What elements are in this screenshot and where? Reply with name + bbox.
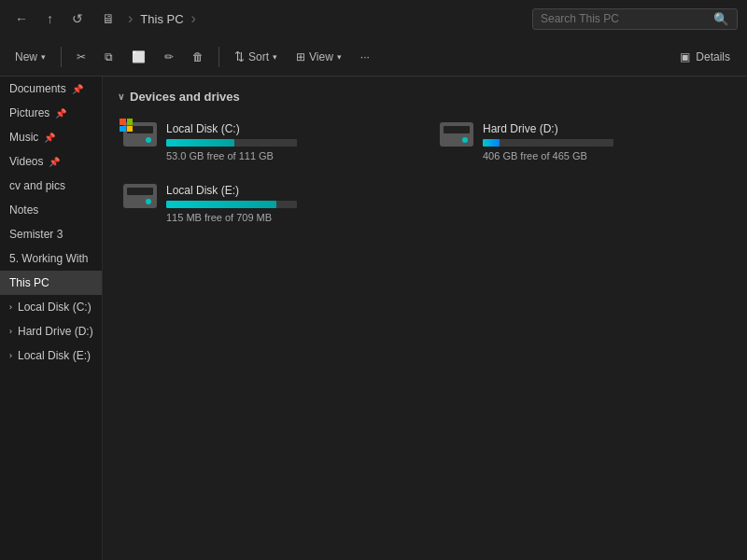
view-label: View	[309, 50, 333, 63]
cut-icon: ✂	[77, 50, 86, 63]
section-chevron-icon: ∨	[118, 91, 124, 102]
sort-label: Sort	[248, 50, 269, 63]
drive-bar-container-e	[166, 201, 297, 208]
drive-name-e: Local Disk (E:)	[166, 184, 410, 197]
drive-bar-container-c	[166, 139, 297, 147]
sort-icon: ⇅	[234, 49, 245, 63]
back-button[interactable]: ←	[9, 7, 34, 30]
breadcrumb-sep1: ›	[128, 10, 133, 27]
sort-button[interactable]: ⇅ Sort ▾	[227, 45, 285, 68]
drive-bar-container-d	[483, 139, 613, 147]
search-input[interactable]	[541, 12, 713, 25]
up-button[interactable]: ↑	[41, 7, 59, 30]
drive-item-e[interactable]: Local Disk (E:) 115 MB free of 709 MB	[118, 178, 416, 229]
sidebar-item-music[interactable]: Music 📌	[0, 125, 102, 149]
search-button[interactable]: 🔍	[713, 12, 729, 26]
sidebar-item-semister3[interactable]: Semister 3	[0, 222, 102, 246]
sidebar-label-semister3: Semister 3	[9, 228, 63, 241]
section-header: ∨ Devices and drives	[118, 90, 732, 104]
details-label: Details	[696, 50, 730, 63]
drive-icon-e	[123, 184, 157, 214]
delete-button[interactable]: 🗑	[185, 46, 211, 68]
sidebar-item-cvandpics[interactable]: cv and pics	[0, 174, 102, 198]
new-label: New	[15, 50, 37, 63]
sidebar-item-notes[interactable]: Notes	[0, 198, 102, 222]
sidebar-item-documents[interactable]: Documents 📌	[0, 77, 102, 101]
pin-icon-documents: 📌	[72, 84, 83, 94]
drive-name-c: Local Disk (C:)	[166, 122, 410, 135]
search-bar: 🔍	[532, 8, 738, 30]
drive-bar-d	[483, 139, 500, 147]
toolbar-sep1	[61, 47, 62, 67]
drive-grid: Local Disk (C:) 53.0 GB free of 111 GB H…	[118, 117, 732, 229]
sidebar-label-localc: Local Disk (C:)	[18, 301, 92, 314]
toolbar: New ▾ ✂ ⧉ ⬜ ✏ 🗑 ⇅ Sort ▾ ⊞ View ▾ ··· ▣ …	[0, 37, 747, 77]
chevron-locale-icon: ›	[9, 351, 12, 360]
drive-item-d[interactable]: Hard Drive (D:) 406 GB free of 465 GB	[434, 117, 732, 167]
delete-icon: 🗑	[192, 50, 204, 63]
sidebar-label-workingwith: 5. Working With	[9, 252, 88, 265]
view-icon: ⊞	[296, 50, 305, 63]
drive-info-d: Hard Drive (D:) 406 GB free of 465 GB	[483, 122, 726, 161]
sort-chevron-icon: ▾	[273, 52, 277, 62]
sidebar-label-hardd: Hard Drive (D:)	[18, 325, 93, 338]
sidebar-item-hardd[interactable]: › Hard Drive (D:)	[0, 319, 102, 343]
view-button[interactable]: ⊞ View ▾	[289, 46, 349, 68]
new-chevron-icon: ▾	[41, 52, 46, 62]
drive-space-c: 53.0 GB free of 111 GB	[166, 150, 410, 161]
sidebar-label-music: Music	[9, 131, 38, 144]
sidebar-item-videos[interactable]: Videos 📌	[0, 149, 102, 174]
chevron-hardd-icon: ›	[9, 327, 12, 336]
more-icon: ···	[360, 50, 370, 63]
title-bar: ← ↑ ↺ 🖥 › This PC › 🔍	[0, 0, 747, 37]
drive-space-e: 115 MB free of 709 MB	[166, 212, 410, 223]
monitor-icon: 🖥	[96, 7, 120, 30]
pin-icon-music: 📌	[44, 133, 55, 143]
drive-name-d: Hard Drive (D:)	[483, 122, 726, 135]
drive-info-e: Local Disk (E:) 115 MB free of 709 MB	[166, 184, 410, 223]
pin-icon-pictures: 📌	[55, 108, 66, 119]
refresh-button[interactable]: ↺	[66, 7, 89, 30]
drive-bar-e	[166, 201, 276, 208]
sidebar-item-locale[interactable]: › Local Disk (E:)	[0, 343, 102, 368]
details-icon: ▣	[680, 50, 690, 63]
breadcrumb-sep2: ›	[191, 10, 196, 27]
sidebar-label-videos: Videos	[9, 155, 43, 168]
sidebar-label-documents: Documents	[9, 82, 66, 95]
sidebar-item-thispc[interactable]: This PC	[0, 271, 102, 295]
sidebar-item-workingwith[interactable]: 5. Working With	[0, 246, 102, 271]
pin-icon-videos: 📌	[49, 157, 60, 167]
breadcrumb: This PC	[140, 12, 183, 26]
breadcrumb-thispc[interactable]: This PC	[140, 12, 183, 26]
sidebar-item-pictures[interactable]: Pictures 📌	[0, 101, 102, 125]
sidebar-label-cvandpics: cv and pics	[9, 179, 65, 192]
windows-icon-c	[120, 119, 136, 135]
copy-icon: ⧉	[105, 50, 113, 63]
toolbar-sep2	[218, 47, 219, 67]
sidebar-label-pictures: Pictures	[9, 106, 49, 119]
details-button[interactable]: ▣ Details	[670, 46, 740, 68]
more-button[interactable]: ···	[353, 46, 377, 68]
cut-button[interactable]: ✂	[69, 46, 93, 68]
sidebar-item-localc[interactable]: › Local Disk (C:)	[0, 295, 102, 319]
paste-icon: ⬜	[132, 50, 146, 63]
drive-icon-d	[440, 122, 473, 152]
drive-icon-c	[123, 122, 157, 152]
content-area: ∨ Devices and drives	[103, 77, 747, 560]
new-button[interactable]: New ▾	[7, 46, 53, 68]
drive-info-c: Local Disk (C:) 53.0 GB free of 111 GB	[166, 122, 410, 161]
sidebar-label-notes: Notes	[9, 203, 38, 217]
main-layout: Documents 📌 Pictures 📌 Music 📌 Videos 📌 …	[0, 77, 747, 560]
drive-space-d: 406 GB free of 465 GB	[483, 150, 726, 161]
rename-icon: ✏	[164, 50, 174, 63]
sidebar-label-locale: Local Disk (E:)	[18, 349, 91, 362]
drive-bar-c	[166, 139, 234, 147]
paste-button[interactable]: ⬜	[124, 46, 153, 68]
view-chevron-icon: ▾	[337, 52, 342, 62]
sidebar-label-thispc: This PC	[9, 276, 49, 289]
section-title: Devices and drives	[130, 90, 240, 104]
copy-button[interactable]: ⧉	[97, 46, 120, 68]
rename-button[interactable]: ✏	[157, 46, 181, 68]
sidebar: Documents 📌 Pictures 📌 Music 📌 Videos 📌 …	[0, 77, 103, 560]
drive-item-c[interactable]: Local Disk (C:) 53.0 GB free of 111 GB	[118, 117, 416, 167]
